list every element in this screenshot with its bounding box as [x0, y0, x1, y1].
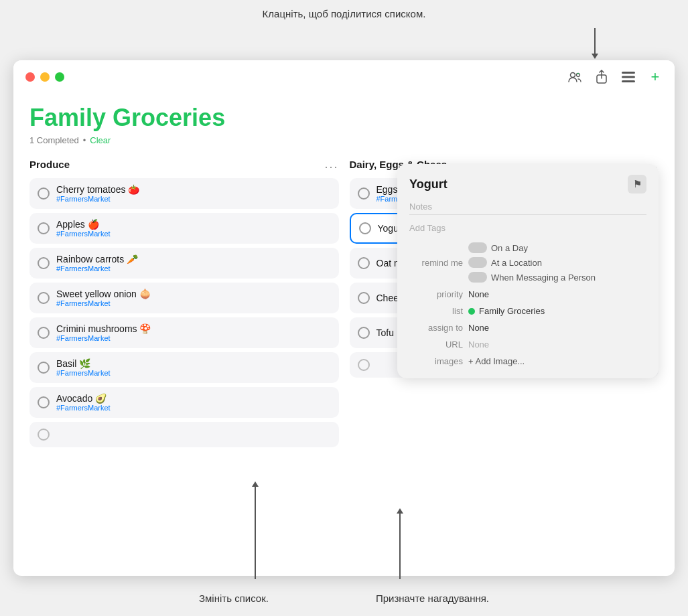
detail-rows: remind me On a Day At a Location — [409, 242, 646, 366]
images-content: + Add Image... — [468, 356, 646, 366]
share-icon[interactable] — [594, 70, 609, 84]
url-value[interactable]: None — [468, 339, 489, 350]
item-checkbox[interactable] — [358, 359, 370, 371]
item-checkbox[interactable] — [358, 327, 370, 339]
priority-row: priority None — [409, 289, 646, 299]
url-row: URL None — [409, 339, 646, 350]
item-checkbox[interactable] — [38, 187, 50, 200]
list-item[interactable]: Cherry tomatoes 🍅 #FarmersMarket — [29, 178, 339, 209]
produce-section: Produce ... Cherry tomatoes 🍅 #FarmersMa… — [29, 157, 339, 447]
item-checkbox[interactable] — [359, 222, 371, 234]
detail-panel: Yogurt ⚑ Notes Add Tags remind me On a D… — [397, 164, 659, 378]
produce-header: Produce ... — [29, 157, 339, 171]
toolbar-icons: + — [567, 70, 663, 84]
close-button[interactable] — [25, 72, 35, 82]
people-icon[interactable] — [567, 70, 582, 84]
annotation-bottom: Змініть список. Призначте нагадування. — [0, 593, 688, 604]
add-image-button[interactable]: + Add Image... — [468, 356, 525, 366]
item-checkbox[interactable] — [358, 187, 370, 200]
svg-rect-4 — [622, 72, 635, 74]
item-text: Cherry tomatoes 🍅 #FarmersMarket — [56, 184, 331, 203]
url-content: None — [468, 339, 646, 350]
assign-content: None — [468, 323, 646, 333]
annotation-top-text: Клацніть, щоб поділитися списком. — [0, 8, 688, 19]
list-dot — [468, 308, 475, 315]
title-bar: + — [13, 60, 675, 91]
item-checkbox[interactable] — [38, 222, 50, 234]
on-a-day-toggle[interactable] — [468, 242, 487, 253]
images-label: images — [409, 356, 463, 366]
produce-menu-icon[interactable]: ... — [324, 157, 338, 171]
assign-label: assign to — [409, 323, 463, 333]
annotation-bottom-right: Призначте нагадування. — [376, 593, 489, 604]
list-content: Family Groceries — [468, 306, 646, 316]
when-messaging-label: When Messaging a Person — [491, 273, 596, 283]
remind-me-content: On a Day At a Location When Messaging a … — [468, 242, 646, 283]
list-value[interactable]: Family Groceries — [479, 306, 545, 316]
list-row: list Family Groceries — [409, 306, 646, 316]
item-checkbox[interactable] — [358, 292, 370, 304]
remind-me-label: remind me — [409, 258, 463, 268]
annotation-bottom-left: Змініть список. — [199, 593, 269, 604]
item-checkbox[interactable] — [38, 429, 50, 441]
url-label: URL — [409, 339, 463, 350]
tags-field[interactable]: Add Tags — [409, 220, 646, 236]
list-item-empty[interactable] — [29, 422, 339, 447]
list-item[interactable]: Avocado 🥑 #FarmersMarket — [29, 387, 339, 418]
priority-value[interactable]: None — [468, 289, 489, 299]
add-button[interactable]: + — [648, 70, 663, 84]
list-item[interactable]: Basil 🌿 #FarmersMarket — [29, 352, 339, 383]
on-a-day-label: On a Day — [491, 243, 528, 253]
item-text: Basil 🌿 #FarmersMarket — [56, 358, 331, 377]
assign-row: assign to None — [409, 323, 646, 333]
produce-title: Produce — [29, 159, 70, 170]
notes-field[interactable]: Notes — [409, 199, 646, 215]
remind-me-row: remind me On a Day At a Location — [409, 242, 646, 283]
item-checkbox[interactable] — [38, 362, 50, 374]
subtitle-separator: • — [83, 135, 86, 145]
subtitle-row: 1 Completed • Clear — [29, 135, 659, 145]
item-checkbox[interactable] — [38, 396, 50, 408]
item-checkbox[interactable] — [38, 257, 50, 269]
list-item[interactable]: Crimini mushrooms 🍄 #FarmersMarket — [29, 317, 339, 348]
images-row: images + Add Image... — [409, 356, 646, 366]
item-checkbox[interactable] — [358, 257, 370, 269]
item-text: Avocado 🥑 #FarmersMarket — [56, 393, 331, 412]
clear-link[interactable]: Clear — [90, 135, 111, 145]
svg-rect-6 — [622, 80, 635, 82]
maximize-button[interactable] — [55, 72, 64, 82]
minimize-button[interactable] — [40, 72, 50, 82]
list-item[interactable]: Rainbow carrots 🥕 #FarmersMarket — [29, 248, 339, 279]
flag-button[interactable]: ⚑ — [628, 175, 646, 194]
when-messaging-toggle[interactable] — [468, 272, 487, 283]
app-title: Family Groceries — [29, 104, 659, 131]
list-label: list — [409, 306, 463, 316]
detail-title: Yogurt — [409, 177, 448, 191]
produce-list: Cherry tomatoes 🍅 #FarmersMarket Apples … — [29, 178, 339, 447]
item-text: Sweet yellow onion 🧅 #FarmersMarket — [56, 289, 331, 307]
at-location-toggle[interactable] — [468, 257, 487, 268]
annotation-arrow-top — [594, 28, 596, 55]
detail-header: Yogurt ⚑ — [409, 175, 646, 194]
notes-placeholder: Notes — [409, 199, 646, 215]
completed-count: 1 Completed — [29, 135, 79, 145]
svg-point-2 — [577, 73, 579, 74]
svg-rect-5 — [622, 76, 635, 78]
at-location-label: At a Location — [491, 258, 542, 268]
item-checkbox[interactable] — [38, 327, 50, 339]
item-checkbox[interactable] — [38, 292, 50, 304]
priority-content: None — [468, 289, 646, 299]
traffic-lights — [25, 72, 64, 82]
svg-point-0 — [571, 73, 575, 78]
main-window: + Family Groceries 1 Completed • Clear P… — [13, 60, 675, 576]
list-item[interactable]: Apples 🍎 #FarmersMarket — [29, 213, 339, 244]
list-item[interactable]: Sweet yellow onion 🧅 #FarmersMarket — [29, 283, 339, 313]
item-text: Apples 🍎 #FarmersMarket — [56, 219, 331, 238]
item-text: Crimini mushrooms 🍄 #FarmersMarket — [56, 323, 331, 342]
list-view-icon[interactable] — [621, 70, 636, 84]
assign-value[interactable]: None — [468, 323, 489, 333]
priority-label: priority — [409, 289, 463, 299]
item-text: Rainbow carrots 🥕 #FarmersMarket — [56, 254, 331, 273]
